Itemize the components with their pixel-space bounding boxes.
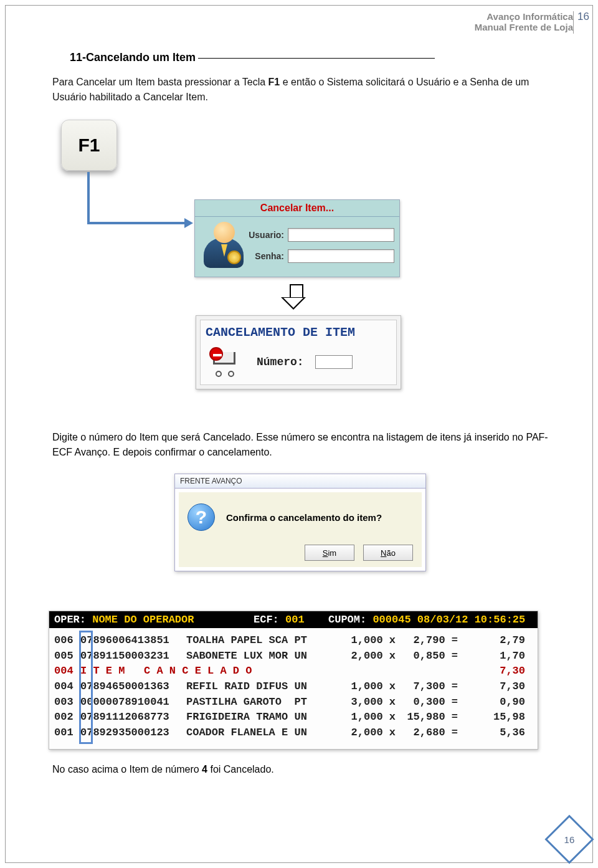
login-body: Usuario: Senha: [195,217,399,277]
header-line1: Avanço Informática [475,11,573,22]
question-icon: ? [187,503,215,531]
final-b: foi Cancelado. [207,764,274,775]
receipt-row: 00407894650001363REFIL RAID DIFUS UN1,00… [54,679,531,695]
cancel-item-dialog: CANCELAMENTO DE ITEM Número: [196,315,401,389]
cart-stop-icon [209,347,245,377]
cupom-label: CUPOM: [328,614,366,626]
ecf-value: 001 [279,614,305,626]
confirm-message: Confirma o cancelamento do item? [226,512,382,523]
cupom-value: 000045 08/03/12 10:56:25 [366,614,525,626]
receipt-row: 00607896006413851TOALHA PAPEL SCA PT1,00… [54,633,531,649]
title-underline [198,58,435,59]
senha-label: Senha: [244,251,284,261]
usuario-label: Usuario: [244,230,284,240]
usuario-input[interactable] [288,228,394,242]
footer-page-number: 16 [564,834,575,845]
no-button[interactable]: Não [363,545,413,561]
intro-part-a: Para Cancelar um Item basta pressionar a… [52,77,268,87]
login-dialog: Cancelar Item... Usuario: Senha: [194,199,400,277]
section-title-text: 11-Cancelando um Item [70,51,196,64]
user-key-icon [200,221,239,270]
usuario-row: Usuario: [244,228,394,242]
arrow-segment-1 [87,172,90,224]
arrow-head-icon [184,218,193,228]
intro-bold: F1 [268,77,280,87]
final-bold: 4 [202,764,207,775]
receipt-listing: OPER: NOME DO OPERADOR ECF: 001 CUPOM: 0… [49,611,538,750]
receipt-row: 00507891150003231SABONETE LUX MOR UN2,00… [54,649,531,664]
ecf-label: ECF: [254,614,279,626]
login-fields: Usuario: Senha: [244,221,394,270]
f1-key-icon: F1 [61,120,117,171]
receipt-header: OPER: NOME DO OPERADOR ECF: 001 CUPOM: 0… [49,611,538,628]
arrow-segment-2 [87,222,187,224]
cancel-dialog-title: CANCELAMENTO DE ITEM [204,323,392,347]
receipt-row: 004I T E M C A N C E L A D O7,30 [54,664,531,679]
down-arrow-icon [287,284,306,310]
section-title: 11-Cancelando um Item [70,51,435,64]
senha-input[interactable] [288,249,394,263]
intro-paragraph: Para Cancelar um Item basta pressionar a… [52,75,554,105]
page-number-top: 16 [573,11,589,34]
confirm-titlebar: FRENTE AVANÇO [175,474,425,489]
confirm-buttons: Sim Não [187,531,413,561]
receipt-row: 00300000078910041PASTILHA GAROTO PT3,000… [54,695,531,710]
final-paragraph: No caso acima o Item de número 4 foi Can… [52,764,274,775]
final-a: No caso acima o Item de número [52,764,202,775]
confirm-titlebar-text: FRENTE AVANÇO [180,477,242,485]
receipt-body: 00607896006413851TOALHA PAPEL SCA PT1,00… [49,628,538,749]
mid-paragraph: Digite o número do Item que será Cancela… [52,430,554,460]
receipt-row: 00207891112068773FRIGIDEIRA TRAMO UN1,00… [54,710,531,725]
numero-label: Número: [257,356,304,368]
doc-header: Avanço Informática Manual Frente de Loja [475,11,573,32]
login-dialog-title: Cancelar Item... [195,200,399,217]
oper-label: OPER: [54,614,86,626]
confirm-dialog: FRENTE AVANÇO ? Confirma o cancelamento … [174,474,426,571]
yes-button[interactable]: Sim [305,545,354,561]
f1-key-label: F1 [78,135,100,156]
numero-input[interactable] [315,355,353,369]
receipt-row: 00107892935000123COADOR FLANELA E UN2,00… [54,725,531,741]
header-line2: Manual Frente de Loja [475,22,573,32]
oper-value: NOME DO OPERADOR [86,614,194,626]
senha-row: Senha: [244,249,394,263]
